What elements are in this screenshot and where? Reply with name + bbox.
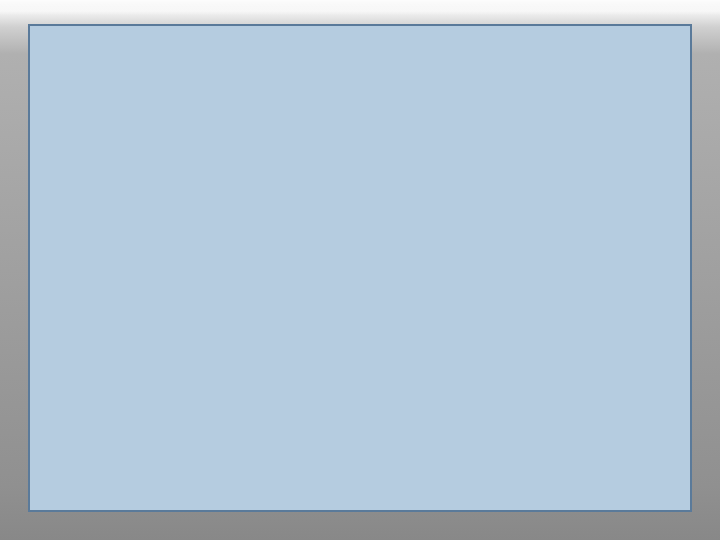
content-panel [28, 24, 692, 512]
outer-frame [0, 0, 720, 540]
